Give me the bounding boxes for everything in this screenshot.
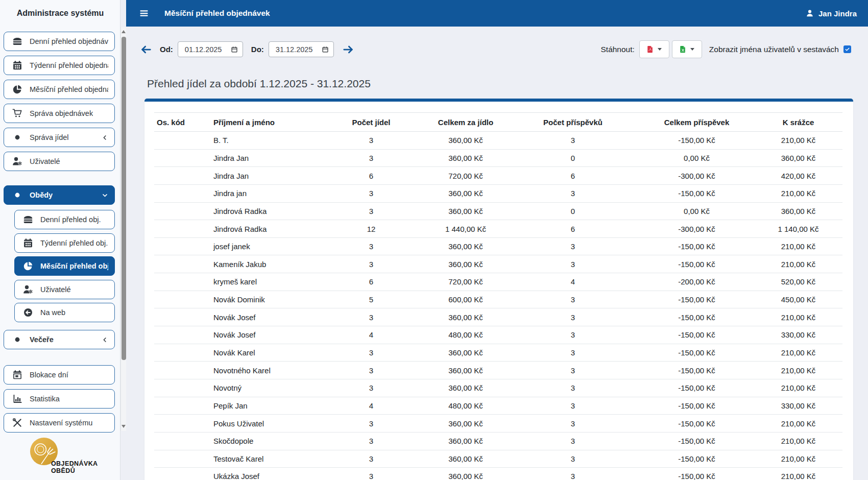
sidebar-item-label: Týdenní přehled objednávek: [30, 61, 108, 69]
table-cell: -150,00 Kč: [639, 326, 754, 344]
tools-icon: [12, 418, 22, 428]
table-cell: 4: [507, 273, 639, 291]
sidebar-item-obedy-mesicni-prehled[interactable]: Měsíční přehled obj.: [14, 256, 115, 276]
calendar-days-icon: [23, 238, 33, 248]
table-cell: [154, 397, 211, 415]
table-cell: 360,00 Kč: [425, 415, 507, 433]
user-menu[interactable]: Jan Jindra: [806, 9, 868, 18]
table-cell: 360,00 Kč: [425, 308, 507, 326]
table-cell: -150,00 Kč: [639, 237, 754, 255]
next-period-arrow-icon[interactable]: [343, 44, 354, 55]
table-cell: 210,00 Kč: [754, 468, 842, 480]
table-row: Jindra Jan3360,00 Kč00,00 Kč360,00 Kč: [154, 149, 842, 167]
table-cell: -150,00 Kč: [639, 450, 754, 468]
scrollbar-down-arrow[interactable]: [122, 425, 126, 428]
table-cell: Pokus Uživatel: [211, 415, 318, 433]
table-cell: 3: [318, 362, 425, 379]
hamburger-menu-icon[interactable]: [139, 9, 149, 18]
sidebar-section-vecere-group: Večeře: [4, 330, 115, 354]
sidebar-item-label: Správa jídel: [30, 133, 69, 141]
table-cell: 3: [507, 432, 639, 450]
caret-down-icon: [690, 48, 694, 51]
sidebar-item-sprava-jidel[interactable]: Správa jídel: [4, 128, 115, 147]
table-cell: 0,00 Kč: [639, 202, 754, 220]
download-excel-button[interactable]: [672, 40, 702, 58]
table-cell: 210,00 Kč: [754, 415, 842, 433]
sidebar-item-label: Večeře: [30, 335, 54, 344]
user-icon: [806, 9, 814, 17]
table-cell: -200,00 Kč: [639, 273, 754, 291]
previous-period-arrow-icon[interactable]: [140, 44, 152, 55]
table-cell: [154, 220, 211, 238]
table-cell: 210,00 Kč: [754, 308, 842, 326]
calendar-days-icon: [12, 60, 22, 70]
sidebar-section-system-nav: Blokace dníStatistikaNastavení systému: [4, 365, 115, 437]
user-gear-icon: [12, 156, 22, 166]
sidebar-item-sprava-objednavek[interactable]: Správa objednávek: [4, 104, 115, 123]
table-cell: 3: [318, 255, 425, 273]
download-pdf-button[interactable]: [639, 40, 669, 58]
sidebar-item-nastaveni-systemu[interactable]: Nastavení systému: [4, 413, 115, 433]
table-row: Novotného Karel3360,00 Kč3-150,00 Kč210,…: [154, 362, 842, 379]
table-cell: 3: [507, 237, 639, 255]
table-cell: 360,00 Kč: [425, 468, 507, 480]
table-cell: 3: [507, 291, 639, 308]
sidebar-item-tydenni-prehled-objednavek[interactable]: Týdenní přehled objednávek: [4, 56, 115, 75]
do-date-input[interactable]: [269, 41, 334, 57]
table-cell: [154, 255, 211, 273]
scrollbar-up-arrow[interactable]: [122, 30, 126, 33]
table-row: Kameník Jakub3360,00 Kč3-150,00 Kč210,00…: [154, 255, 842, 273]
table-row: Novák Josef4480,00 Kč3-150,00 Kč330,00 K…: [154, 326, 842, 344]
table-cell: Novotného Karel: [211, 362, 318, 379]
table-cell: 3: [318, 432, 425, 450]
sidebar-item-label: Nastavení systému: [30, 419, 92, 427]
chevron-left-icon: [102, 134, 108, 141]
table-cell: 3: [318, 202, 425, 220]
calendar-picker-icon[interactable]: [322, 46, 329, 53]
table-row: Pepík Jan4480,00 Kč3-150,00 Kč330,00 Kč: [154, 397, 842, 415]
table-cell: [154, 415, 211, 433]
table-cell: [154, 344, 211, 362]
scrollbar-thumb[interactable]: [122, 37, 126, 360]
bullet-icon: [12, 190, 22, 200]
table-cell: 4: [318, 397, 425, 415]
show-names-checkbox[interactable]: [843, 45, 851, 53]
table-cell: 360,00 Kč: [425, 344, 507, 362]
sidebar-item-obedy-uzivatele[interactable]: Uživatelé: [14, 280, 115, 299]
table-cell: Novák Dominik: [211, 291, 318, 308]
table-cell: 360,00 Kč: [425, 202, 507, 220]
table-cell: -150,00 Kč: [639, 415, 754, 433]
table-cell: [154, 149, 211, 167]
sidebar-item-blokace-dni[interactable]: Blokace dní: [4, 365, 115, 385]
sidebar-item-obedy[interactable]: Obědy: [4, 185, 115, 205]
calendar-picker-icon[interactable]: [231, 46, 238, 53]
table-cell: 3: [318, 468, 425, 480]
sidebar-item-denni-prehled-objednavek[interactable]: Denní přehled objednávek: [4, 32, 115, 51]
table-cell: -150,00 Kč: [639, 362, 754, 379]
table-cell: 3: [507, 132, 639, 150]
sidebar-item-vecere[interactable]: Večeře: [4, 330, 115, 349]
column-header: Celkem příspěvek: [639, 113, 754, 132]
chevron-down-icon: [102, 192, 108, 199]
column-header: Počet jídel: [318, 113, 425, 132]
table-cell: -300,00 Kč: [639, 167, 754, 185]
od-date-input[interactable]: [178, 41, 243, 57]
sidebar-item-obedy-denni-prehled[interactable]: Denní přehled obj.: [14, 210, 115, 229]
table-cell: Jindra Jan: [211, 167, 318, 185]
sidebar-item-obedy-tydenni-prehled[interactable]: Týdenní přehled obj.: [14, 233, 115, 253]
column-header: Počet příspěvků: [507, 113, 639, 132]
sidebar-item-statistika[interactable]: Statistika: [4, 389, 115, 409]
table-cell: 360,00 Kč: [425, 379, 507, 397]
table-cell: 6: [507, 220, 639, 238]
sidebar-scrollbar[interactable]: [120, 27, 126, 431]
table-cell: 5: [318, 291, 425, 308]
table-cell: 3: [507, 344, 639, 362]
sidebar-item-na-web[interactable]: Na web: [14, 303, 115, 322]
table-cell: -150,00 Kč: [639, 308, 754, 326]
table-cell: 3: [318, 450, 425, 468]
sidebar-item-uzivatele[interactable]: Uživatelé: [4, 152, 115, 171]
download-controls: Stáhnout: Zobrazit jména uživatelů v ses…: [600, 40, 851, 58]
sidebar-item-label: Denní přehled obj.: [40, 215, 101, 224]
bullet-icon: [12, 132, 22, 142]
sidebar-item-mesicni-prehled-objednavek[interactable]: Měsíční přehled objednávek: [4, 80, 115, 99]
